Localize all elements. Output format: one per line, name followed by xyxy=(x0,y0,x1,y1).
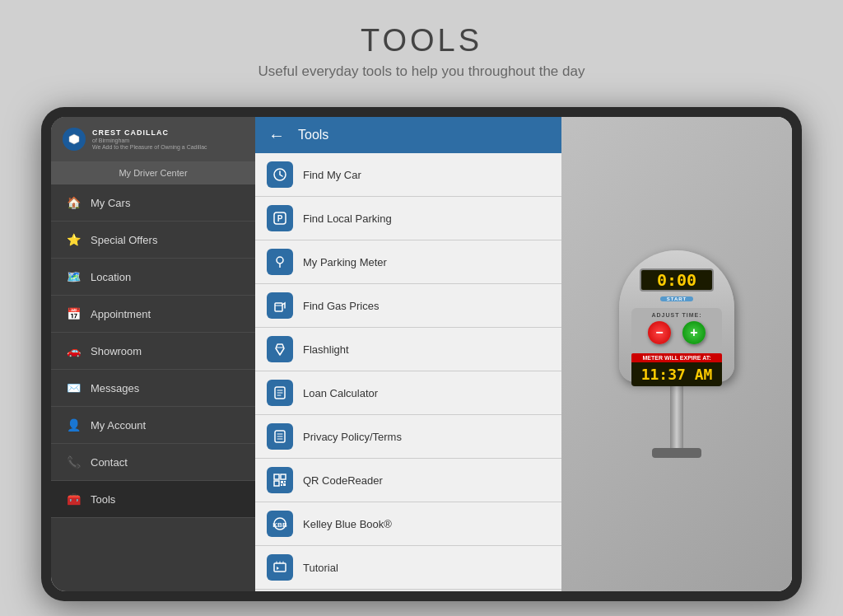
cadillac-logo-icon xyxy=(63,128,86,151)
tablet-frame: Crest Cadillac of Birmingham We Add to t… xyxy=(41,107,802,601)
meter-display: 0:00 xyxy=(640,268,714,292)
tool-item-find-my-car[interactable]: Find My Car xyxy=(255,153,561,197)
svg-rect-13 xyxy=(283,483,286,486)
find-local-parking-icon: P xyxy=(267,205,293,231)
svg-rect-10 xyxy=(281,481,283,483)
map-icon: 🗺️ xyxy=(64,268,82,286)
svg-rect-4 xyxy=(275,303,282,311)
meter-plus-button[interactable]: + xyxy=(682,321,706,344)
meter-adjust-label: ADJUST TIME: xyxy=(652,312,702,318)
sidebar-item-my-account[interactable]: 👤 My Account xyxy=(51,407,255,444)
meter-buttons: − + xyxy=(648,321,706,344)
loan-calculator-icon xyxy=(267,380,293,406)
svg-rect-7 xyxy=(274,474,279,479)
sidebar-item-location[interactable]: 🗺️ Location xyxy=(51,259,255,296)
tool-item-find-local-parking[interactable]: P Find Local Parking xyxy=(255,197,561,240)
tools-panel: ← Tools Find My Car P Find Local Parking xyxy=(255,117,561,591)
sidebar-logo: Crest Cadillac of Birmingham We Add to t… xyxy=(51,117,255,161)
meter-start-button[interactable]: START xyxy=(660,296,693,301)
parking-meter: 0:00 START ADJUST TIME: − + METER WILL E… xyxy=(619,250,734,458)
tool-item-my-parking-meter[interactable]: My Parking Meter xyxy=(255,240,561,284)
sidebar-item-messages[interactable]: ✉️ Messages xyxy=(51,370,255,407)
find-gas-prices-icon xyxy=(267,292,293,319)
tablet-inner: Crest Cadillac of Birmingham We Add to t… xyxy=(51,117,792,591)
back-button[interactable]: ← xyxy=(268,126,285,145)
my-parking-meter-icon xyxy=(267,249,293,275)
svg-text:KBB: KBB xyxy=(272,521,287,529)
user-icon: 👤 xyxy=(64,416,82,434)
privacy-policy-icon xyxy=(267,423,293,450)
svg-rect-16 xyxy=(274,563,286,572)
svg-rect-8 xyxy=(281,474,286,479)
sidebar-item-label: Showroom xyxy=(91,345,142,357)
sidebar-item-label: My Account xyxy=(91,419,146,432)
meter-head: 0:00 START ADJUST TIME: − + METER WILL E… xyxy=(619,250,734,382)
star-icon: ⭐ xyxy=(64,231,82,249)
tool-item-tutorial[interactable]: Tutorial xyxy=(255,546,561,590)
meter-base xyxy=(652,448,701,458)
svg-text:P: P xyxy=(277,214,283,223)
find-my-car-icon xyxy=(267,161,293,188)
tool-label: Find Gas Prices xyxy=(303,300,379,312)
meter-expire-section: METER WILL EXPIRE AT: 11:37 AM xyxy=(631,353,722,386)
kelley-blue-book-icon: KBB xyxy=(267,511,293,537)
tool-item-kelley-blue-book[interactable]: KBB Kelley Blue Book® xyxy=(255,502,561,546)
driver-center-header: My Driver Center xyxy=(51,161,255,184)
tools-icon: 🧰 xyxy=(64,490,82,508)
sidebar-nav: 🏠 My Cars ⭐ Special Offers 🗺️ Location 📅… xyxy=(51,184,255,591)
sidebar-item-label: Messages xyxy=(91,382,139,394)
svg-point-3 xyxy=(277,257,283,264)
sidebar-item-appointment[interactable]: 📅 Appointment xyxy=(51,296,255,333)
tutorial-icon xyxy=(267,554,293,581)
qr-code-reader-icon xyxy=(267,467,293,493)
calendar-icon: 📅 xyxy=(64,305,82,323)
svg-rect-9 xyxy=(274,481,279,486)
tool-label: My Parking Meter xyxy=(303,256,387,268)
sidebar-item-special-offers[interactable]: ⭐ Special Offers xyxy=(51,222,255,259)
meter-time: 0:00 xyxy=(657,270,696,290)
tool-label: Privacy Policy/Terms xyxy=(303,431,402,443)
meter-area: 0:00 START ADJUST TIME: − + METER WILL E… xyxy=(561,117,792,591)
sidebar-item-label: Appointment xyxy=(91,308,151,320)
meter-minus-button[interactable]: − xyxy=(648,321,671,344)
tool-label: Flashlight xyxy=(303,343,349,356)
house-icon: 🏠 xyxy=(64,194,82,212)
tool-item-qr-code-reader[interactable]: QR CodeReader xyxy=(255,459,561,502)
meter-expire-time: 11:37 AM xyxy=(631,362,722,386)
dealership-tagline: We Add to the Pleasure of Owning a Cadil… xyxy=(92,144,207,150)
page-title: TOOLS xyxy=(0,23,843,58)
sidebar-item-my-cars[interactable]: 🏠 My Cars xyxy=(51,184,255,222)
dealership-location: of Birmingham xyxy=(92,138,207,143)
sidebar-item-label: Special Offers xyxy=(91,234,157,246)
tool-label: Tutorial xyxy=(303,562,338,574)
page-subtitle: Useful everyday tools to help you throug… xyxy=(0,63,843,80)
tool-item-find-gas-prices[interactable]: Find Gas Prices xyxy=(255,284,561,328)
dealership-name: Crest Cadillac xyxy=(92,128,207,137)
tools-list: Find My Car P Find Local Parking My Park… xyxy=(255,153,561,591)
flashlight-icon xyxy=(267,336,293,362)
car-icon: 🚗 xyxy=(64,342,82,360)
sidebar-item-label: Location xyxy=(91,271,131,283)
meter-start-label: START xyxy=(667,296,687,301)
sidebar-item-label: Contact xyxy=(91,456,128,469)
sidebar-item-contact[interactable]: 📞 Contact xyxy=(51,444,255,481)
meter-pole xyxy=(670,382,683,448)
tool-label: QR CodeReader xyxy=(303,474,383,487)
tool-label: Loan Calculator xyxy=(303,387,378,399)
tool-item-loan-calculator[interactable]: Loan Calculator xyxy=(255,371,561,415)
tool-item-privacy-policy[interactable]: Privacy Policy/Terms xyxy=(255,415,561,459)
sidebar-item-label: Tools xyxy=(91,493,115,506)
meter-adjust-section: ADJUST TIME: − + xyxy=(631,308,722,348)
sidebar-item-showroom[interactable]: 🚗 Showroom xyxy=(51,333,255,370)
tools-panel-title: Tools xyxy=(298,128,328,142)
phone-icon: 📞 xyxy=(64,453,82,471)
svg-rect-11 xyxy=(284,481,286,483)
tool-label: Kelley Blue Book® xyxy=(303,518,392,530)
logo-text: Crest Cadillac of Birmingham We Add to t… xyxy=(92,128,207,150)
sidebar-item-tools[interactable]: 🧰 Tools xyxy=(51,481,255,518)
tool-label: Find My Car xyxy=(303,169,361,181)
tool-label: Find Local Parking xyxy=(303,212,392,225)
sidebar-item-label: My Cars xyxy=(91,197,130,209)
tool-item-flashlight[interactable]: Flashlight xyxy=(255,328,561,371)
email-icon: ✉️ xyxy=(64,379,82,397)
